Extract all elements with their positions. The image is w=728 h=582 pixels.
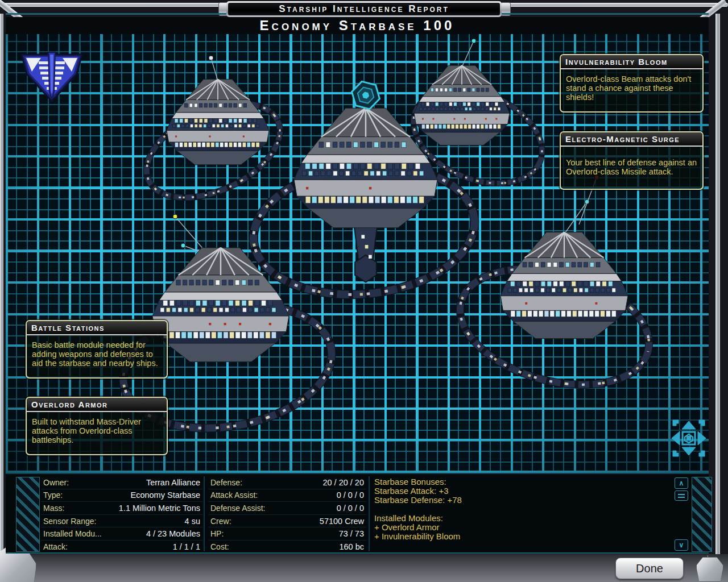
scroll-thumb[interactable] (675, 490, 688, 501)
bonus-line: Installed Modules: (374, 514, 670, 523)
stat-label: Sensor Range: (43, 517, 96, 526)
stat-row: Cost:160 bc (208, 541, 366, 553)
stat-value: 1.1 Million Metric Tons (119, 504, 200, 513)
tooltip-title: Electro-Magnetic Surge (565, 134, 680, 144)
scroll-up-icon[interactable]: ∧ (675, 477, 688, 489)
tooltip-body: Overlord-class Beam attacks don't stand … (561, 69, 702, 106)
tooltip-battle-stations: Battle Stations Basic battle module need… (26, 320, 168, 379)
tooltip-title: Battle Stations (31, 323, 105, 332)
stat-label: Owner: (43, 478, 69, 487)
stat-label: Type: (43, 490, 63, 500)
tooltip-title: Overlord Armor (31, 400, 108, 409)
stat-label: Defense Assist: (210, 504, 266, 513)
column-divider (369, 476, 370, 551)
stat-row: Sensor Range:4 su (41, 515, 202, 528)
footer-right-knob (696, 557, 723, 582)
starbase-stats-panel: Owner:Terran AllianceType:Economy Starba… (6, 473, 709, 554)
tooltip-invulnerability-bloom: Invulnerability Bloom Overlord-class Bea… (560, 54, 704, 113)
stat-value: 4 / 23 Modules (146, 529, 200, 538)
stats-column-bonuses: Starbase Bonuses:Starbase Attack: +3Star… (374, 477, 670, 541)
tooltip-body: Built to withstand Mass-Driver attacks f… (27, 412, 167, 448)
right-chrome-pipe (715, 14, 720, 563)
stat-label: Cost: (210, 542, 229, 551)
starbase-model (132, 56, 295, 217)
report-title-plate: Starship Intelligence Report (226, 1, 502, 17)
starbase-compass-icon[interactable] (667, 417, 710, 460)
terran-alliance-shield-icon (18, 47, 85, 106)
tooltip-body: Basic battle module needed for adding we… (27, 335, 167, 372)
stat-value: 20 / 20 / 20 (322, 478, 364, 487)
bonus-line: + Invulnerability Bloom (374, 532, 670, 541)
bonus-line: + Overlord Armor (374, 523, 670, 532)
stat-value: 160 bc (339, 542, 364, 551)
tooltip-electro-magnetic-surge: Electro-Magnetic Surge Your best line of… (560, 131, 704, 190)
stat-row: Defense Assist:0 / 0 / 0 (208, 502, 366, 515)
stat-label: Defense: (210, 478, 242, 487)
bonus-line: Starbase Defense: +78 (374, 496, 670, 505)
tooltip-overlord-armor: Overlord Armor Built to withstand Mass-D… (26, 397, 168, 455)
footer-bar: Done (0, 554, 728, 582)
bonus-line (374, 505, 670, 514)
stat-row: Crew:57100 Crew (208, 515, 366, 528)
done-button[interactable]: Done (615, 558, 684, 579)
stat-label: Attack: (43, 542, 68, 551)
stat-label: HP: (210, 529, 224, 538)
stat-label: Crew: (210, 517, 231, 526)
stat-label: Attack Assist: (210, 490, 258, 500)
stat-row: Defense:20 / 20 / 20 (208, 476, 366, 489)
starbase-model (447, 175, 662, 404)
stat-value: 57100 Crew (320, 517, 364, 526)
stat-value: 1 / 1 / 1 (173, 542, 200, 551)
stat-value: 0 / 0 / 0 (337, 504, 364, 513)
subject-title-band: Economy Starbase 100 (6, 17, 709, 34)
stat-row: Type:Economy Starbase (41, 489, 202, 502)
column-divider (204, 476, 205, 551)
left-chrome-pipe (0, 14, 3, 563)
stat-value: 0 / 0 / 0 (337, 490, 364, 500)
stat-value: 73 / 73 (339, 529, 364, 538)
right-hatch-decoration (692, 477, 712, 552)
report-title: Starship Intelligence Report (279, 3, 449, 15)
stat-row: Mass:1.1 Million Metric Tons (41, 502, 202, 515)
stats-column-combat: Defense:20 / 20 / 20Attack Assist:0 / 0 … (208, 476, 366, 553)
tooltip-title: Invulnerability Bloom (565, 57, 668, 66)
left-hatch-decoration (16, 477, 40, 552)
stat-row: HP:73 / 73 (208, 527, 366, 541)
stat-row: Attack:1 / 1 / 1 (41, 541, 202, 553)
stat-row: Attack Assist:0 / 0 / 0 (208, 489, 366, 502)
stat-row: Installed Modu...4 / 23 Modules (41, 527, 202, 541)
bonus-line: Starbase Attack: +3 (374, 487, 670, 496)
stat-label: Installed Modu... (43, 529, 102, 538)
scroll-down-icon[interactable]: ∨ (675, 539, 688, 551)
stat-value: 4 su (185, 517, 200, 526)
subject-title: Economy Starbase 100 (260, 18, 455, 34)
stats-column-general: Owner:Terran AllianceType:Economy Starba… (41, 476, 202, 553)
stat-row: Owner:Terran Alliance (41, 476, 202, 489)
stat-label: Mass: (43, 504, 64, 513)
bonus-line: Starbase Bonuses: (374, 477, 670, 487)
tooltip-body: Your best line of defense against an Ove… (561, 147, 702, 180)
stat-value: Terran Alliance (146, 478, 200, 487)
stat-value: Economy Starbase (130, 490, 200, 500)
